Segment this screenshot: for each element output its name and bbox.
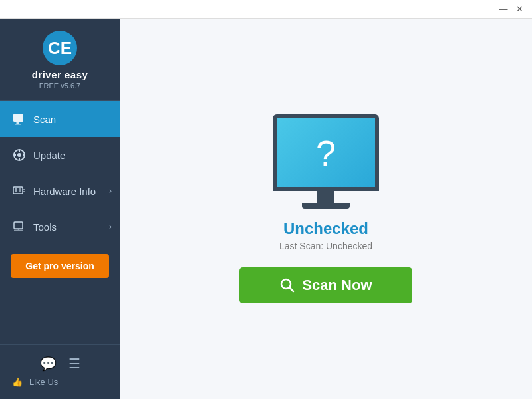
app-logo-icon: CE	[43, 31, 77, 65]
main-content: ? Unchecked Last Scan: Unchecked Scan No…	[120, 19, 532, 399]
svg-rect-18	[14, 230, 23, 232]
monitor-illustration: ?	[273, 114, 379, 209]
tools-chevron-icon: ›	[109, 222, 112, 231]
monitor-neck	[317, 191, 334, 203]
scan-nav-label: Scan	[33, 114, 56, 125]
question-mark-icon: ?	[316, 135, 336, 171]
svg-rect-2	[13, 114, 23, 122]
close-button[interactable]: ✕	[512, 2, 527, 17]
scan-nav-icon	[12, 112, 27, 126]
footer-icons-row: 💬 ☰	[0, 352, 120, 374]
svg-line-21	[290, 288, 294, 292]
sidebar-item-tools[interactable]: Tools ›	[0, 209, 120, 245]
svg-point-6	[17, 153, 21, 157]
title-bar: — ✕	[0, 0, 532, 19]
chat-icon[interactable]: 💬	[40, 356, 57, 372]
list-icon[interactable]: ☰	[68, 356, 80, 372]
status-label: Unchecked	[283, 219, 368, 238]
hardware-info-nav-label: Hardware Info	[33, 186, 96, 197]
app-name: driver easy	[32, 69, 88, 80]
app-container: CE driver easy FREE v5.6.7 Scan	[0, 19, 532, 399]
sidebar-footer: 💬 ☰ 👍 Like Us	[0, 344, 120, 399]
scan-now-label: Scan Now	[302, 277, 372, 294]
logo-area: CE driver easy FREE v5.6.7	[0, 19, 120, 101]
minimize-button[interactable]: —	[496, 2, 511, 17]
get-pro-button[interactable]: Get pro version	[11, 254, 109, 278]
monitor-base	[302, 203, 350, 209]
like-us-row[interactable]: 👍 Like Us	[0, 374, 120, 392]
svg-rect-12	[15, 188, 17, 192]
sidebar: CE driver easy FREE v5.6.7 Scan	[0, 19, 120, 399]
app-version: FREE v5.6.7	[39, 82, 80, 90]
tools-nav-icon	[12, 219, 27, 234]
last-scan-text: Last Scan: Unchecked	[279, 241, 372, 251]
thumbs-up-icon: 👍	[12, 377, 23, 387]
svg-text:CE: CE	[48, 38, 72, 58]
tools-nav-label: Tools	[33, 221, 57, 233]
scan-search-icon	[279, 277, 295, 293]
sidebar-item-scan[interactable]: Scan	[0, 101, 120, 137]
hardware-info-nav-icon	[12, 184, 27, 198]
hardware-info-chevron-icon: ›	[109, 186, 112, 196]
sidebar-nav: Scan Update	[0, 101, 120, 245]
svg-rect-3	[17, 122, 19, 124]
sidebar-item-update[interactable]: Update	[0, 137, 120, 173]
svg-rect-17	[14, 222, 23, 229]
update-nav-icon	[12, 148, 27, 162]
scan-now-button[interactable]: Scan Now	[239, 267, 412, 303]
update-nav-label: Update	[33, 150, 65, 161]
monitor-screen: ?	[273, 114, 379, 191]
like-us-label: Like Us	[29, 377, 58, 387]
svg-rect-4	[15, 124, 21, 125]
sidebar-item-hardware-info[interactable]: Hardware Info ›	[0, 173, 120, 209]
